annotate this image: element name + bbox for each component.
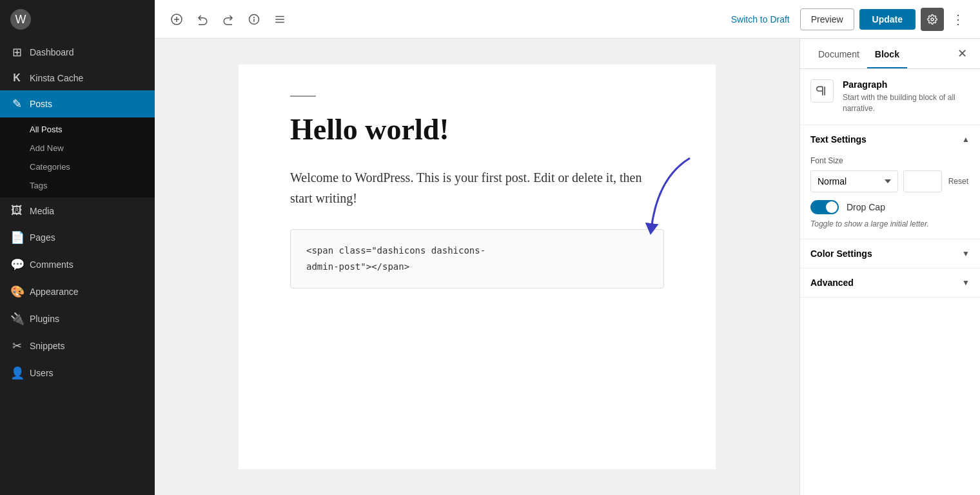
sidebar: W ⊞ Dashboard K Kinsta Cache ✎ Posts All… — [0, 0, 155, 495]
comments-icon: 💬 — [10, 258, 23, 272]
text-settings-chevron: ▲ — [962, 135, 970, 144]
block-info: Paragraph Start with the building block … — [800, 69, 980, 125]
info-button[interactable] — [242, 8, 266, 31]
font-size-label: Font Size — [810, 156, 970, 165]
tab-document[interactable]: Document — [810, 39, 867, 68]
list-view-button[interactable] — [268, 8, 291, 31]
sidebar-item-plugins[interactable]: 🔌 Plugins — [0, 305, 155, 332]
color-settings-chevron: ▼ — [962, 249, 970, 258]
post-title[interactable]: Hello world! — [290, 112, 664, 146]
sidebar-item-media[interactable]: 🖼 Media — [0, 197, 155, 224]
more-options-button[interactable]: ⋮ — [946, 9, 970, 30]
undo-button[interactable] — [191, 8, 214, 31]
text-settings-header[interactable]: Text Settings ▲ — [800, 125, 980, 154]
font-size-reset-button[interactable]: Reset — [947, 176, 970, 187]
sidebar-item-tags[interactable]: Tags — [0, 176, 155, 195]
sidebar-item-label: Dashboard — [30, 47, 74, 57]
code-block[interactable]: <span class="dashicons dashicons-admin-p… — [290, 229, 664, 288]
sidebar-item-label: Snippets — [30, 341, 64, 351]
sidebar-item-label: Posts — [30, 99, 52, 109]
sidebar-item-label: Plugins — [30, 314, 59, 324]
drop-cap-hint: Toggle to show a large initial letter. — [810, 219, 970, 228]
font-size-select[interactable]: Normal Small Medium Large Huge — [810, 170, 898, 192]
posts-icon: ✎ — [10, 97, 23, 111]
settings-button[interactable] — [921, 8, 944, 31]
redo-icon — [222, 14, 234, 25]
sidebar-item-add-new[interactable]: Add New — [0, 139, 155, 157]
sidebar-item-label: Comments — [30, 259, 74, 270]
editor-content: Hello world! Welcome to WordPress. This … — [239, 65, 716, 469]
code-block-container: <span class="dashicons dashicons-admin-p… — [290, 229, 664, 288]
right-panel: Document Block ✕ Paragraph Start with th… — [799, 39, 980, 495]
pages-icon: 📄 — [10, 230, 23, 245]
drop-cap-toggle[interactable] — [810, 200, 839, 214]
sidebar-item-label: Kinsta Cache — [30, 73, 83, 83]
toolbar: Switch to Draft Preview Update ⋮ — [155, 0, 980, 39]
post-body[interactable]: Welcome to WordPress. This is your first… — [290, 167, 664, 208]
sidebar-item-dashboard[interactable]: ⊞ Dashboard — [0, 39, 155, 66]
sidebar-item-appearance[interactable]: 🎨 Appearance — [0, 278, 155, 305]
main-area: Switch to Draft Preview Update ⋮ Hello w… — [155, 0, 980, 495]
add-icon — [171, 14, 182, 25]
sidebar-item-comments[interactable]: 💬 Comments — [0, 251, 155, 278]
text-settings-body: Font Size Normal Small Medium Large Huge… — [800, 154, 980, 239]
add-block-button[interactable] — [165, 8, 188, 31]
sidebar-item-label: Appearance — [30, 287, 79, 297]
paragraph-icon — [816, 85, 828, 97]
color-settings-header[interactable]: Color Settings ▼ — [800, 239, 980, 268]
plugins-icon: 🔌 — [10, 312, 23, 326]
drop-cap-row: Drop Cap — [810, 200, 970, 214]
gear-icon — [927, 14, 937, 25]
undo-icon — [197, 14, 208, 25]
sidebar-logo: W — [0, 0, 155, 39]
block-info-text: Paragraph Start with the building block … — [843, 79, 970, 114]
advanced-settings-header[interactable]: Advanced ▼ — [800, 268, 980, 297]
list-icon — [274, 14, 286, 25]
sidebar-item-label: Pages — [30, 232, 55, 243]
sidebar-item-label: Media — [30, 206, 54, 216]
media-icon: 🖼 — [10, 204, 23, 217]
font-size-input[interactable] — [903, 170, 942, 192]
advanced-settings-title: Advanced — [810, 278, 854, 288]
text-settings-title: Text Settings — [810, 134, 867, 145]
update-button[interactable]: Update — [859, 9, 916, 30]
paragraph-block-icon — [810, 79, 834, 103]
sidebar-item-label: Users — [30, 368, 54, 378]
panel-tabs: Document Block ✕ — [800, 39, 980, 69]
sidebar-item-users[interactable]: 👤 Users — [0, 359, 155, 387]
font-size-row: Normal Small Medium Large Huge Reset — [810, 170, 970, 192]
advanced-settings-section: Advanced ▼ — [800, 268, 980, 298]
dashboard-icon: ⊞ — [10, 45, 23, 59]
snippets-icon: ✂ — [10, 339, 23, 353]
editor-container: Hello world! Welcome to WordPress. This … — [155, 39, 980, 495]
info-icon — [248, 14, 260, 25]
block-name: Paragraph — [843, 79, 970, 90]
sidebar-item-pages[interactable]: 📄 Pages — [0, 224, 155, 251]
appearance-icon: 🎨 — [10, 285, 23, 299]
tab-block[interactable]: Block — [867, 39, 907, 68]
sidebar-item-categories[interactable]: Categories — [0, 157, 155, 176]
color-settings-section: Color Settings ▼ — [800, 239, 980, 268]
sidebar-item-kinsta-cache[interactable]: K Kinsta Cache — [0, 66, 155, 90]
editor-main[interactable]: Hello world! Welcome to WordPress. This … — [155, 39, 799, 495]
svg-point-9 — [931, 18, 934, 21]
wp-logo-icon: W — [10, 9, 31, 30]
block-description: Start with the building block of all nar… — [843, 92, 970, 114]
sidebar-item-posts[interactable]: ✎ Posts — [0, 90, 155, 117]
kinsta-icon: K — [10, 72, 23, 84]
posts-submenu: All Posts Add New Categories Tags — [0, 117, 155, 197]
text-settings-section: Text Settings ▲ Font Size Normal Small M… — [800, 125, 980, 239]
color-settings-title: Color Settings — [810, 248, 872, 259]
sidebar-item-snippets[interactable]: ✂ Snippets — [0, 332, 155, 359]
advanced-settings-chevron: ▼ — [962, 278, 970, 287]
redo-button[interactable] — [217, 8, 240, 31]
drop-cap-label: Drop Cap — [847, 202, 885, 212]
switch-draft-button[interactable]: Switch to Draft — [723, 9, 798, 30]
sidebar-item-all-posts[interactable]: All Posts — [0, 120, 155, 139]
preview-button[interactable]: Preview — [800, 8, 854, 30]
panel-close-button[interactable]: ✕ — [955, 44, 970, 63]
post-separator — [290, 96, 316, 97]
users-icon: 👤 — [10, 366, 23, 380]
code-content: <span class="dashicons dashicons-admin-p… — [306, 245, 485, 272]
